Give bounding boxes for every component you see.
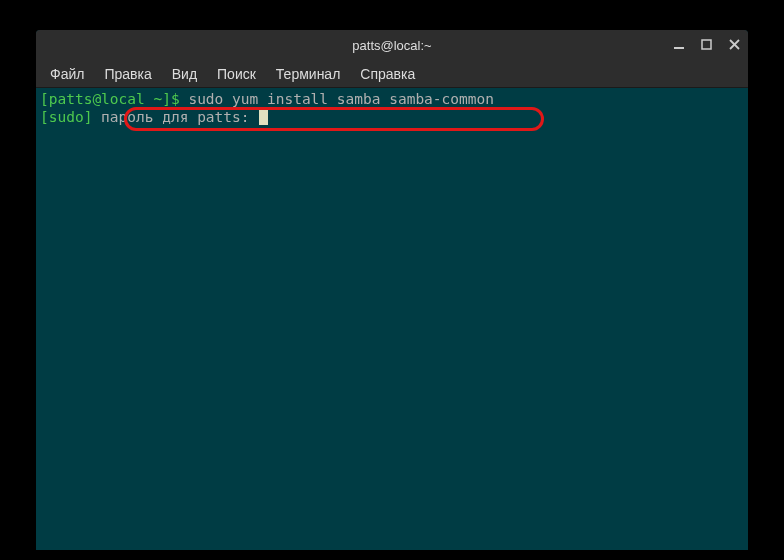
maximize-icon — [701, 39, 713, 51]
menu-view[interactable]: Вид — [162, 62, 207, 86]
command-text: sudo yum install samba samba-common — [188, 91, 494, 107]
terminal-window: patts@local:~ Файл Правка Вид Поиск Терм… — [36, 30, 748, 550]
terminal-body[interactable]: [patts@local ~]$ sudo yum install samba … — [36, 88, 748, 550]
svg-rect-1 — [702, 40, 711, 49]
menu-terminal[interactable]: Терминал — [266, 62, 350, 86]
window-title: patts@local:~ — [352, 38, 431, 53]
menu-edit[interactable]: Правка — [94, 62, 161, 86]
svg-rect-0 — [674, 47, 684, 49]
cursor-icon — [259, 109, 268, 125]
prompt: [patts@local ~]$ — [40, 91, 188, 107]
titlebar: patts@local:~ — [36, 30, 748, 60]
menubar: Файл Правка Вид Поиск Терминал Справка — [36, 60, 748, 88]
minimize-icon — [673, 39, 685, 51]
password-prompt: пароль для patts: — [101, 109, 258, 125]
menu-search[interactable]: Поиск — [207, 62, 266, 86]
menu-help[interactable]: Справка — [350, 62, 425, 86]
terminal-line: [sudo] пароль для patts: — [40, 108, 744, 126]
terminal-line: [patts@local ~]$ sudo yum install samba … — [40, 90, 744, 108]
sudo-prefix: [sudo] — [40, 109, 101, 125]
menu-file[interactable]: Файл — [40, 62, 94, 86]
close-button[interactable] — [728, 38, 742, 52]
maximize-button[interactable] — [700, 38, 714, 52]
close-icon — [729, 39, 741, 51]
minimize-button[interactable] — [672, 38, 686, 52]
window-controls — [672, 30, 742, 60]
